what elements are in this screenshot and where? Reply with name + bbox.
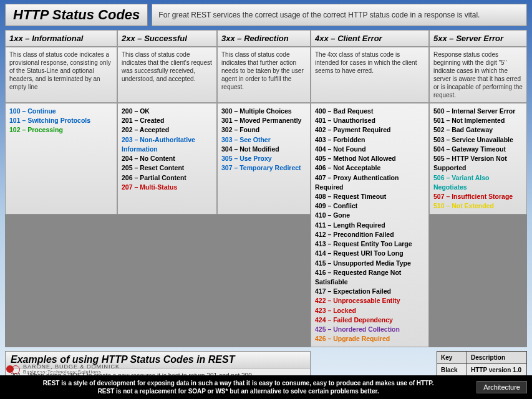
- col-desc-1xx: This class of status code indicates a pr…: [5, 47, 117, 103]
- page-subtitle: For great REST services the correct usag…: [152, 4, 527, 26]
- col-header-2xx: 2xx – Successful: [117, 30, 217, 47]
- status-grid: 1xx – Informational 2xx – Successful 3xx…: [5, 30, 527, 347]
- codes-1xx: 100 – Continue101 – Switching Protocols1…: [5, 103, 117, 214]
- logo-icon: [6, 364, 20, 374]
- codes-3xx: 300 – Multiple Choices301 – Moved Perman…: [217, 103, 311, 214]
- col-header-5xx: 5xx – Server Error: [429, 30, 527, 47]
- col-desc-2xx: This class of status code indicates that…: [117, 47, 217, 103]
- col-desc-4xx: The 4xx class of status code is intended…: [311, 47, 429, 103]
- codes-5xx: 500 – Internal Server Error501 – Not Imp…: [429, 103, 527, 214]
- key-header-key: Key: [437, 352, 467, 364]
- footer-text: REST is a style of development for expos…: [0, 379, 476, 395]
- footer-bar: REST is a style of development for expos…: [0, 375, 532, 399]
- col-desc-3xx: This class of status code indicates that…: [217, 47, 311, 103]
- company-logo: BARONE, BUDGE & DOMINICK Business∙Techno…: [6, 363, 120, 374]
- col-header-4xx: 4xx – Client Error: [311, 30, 429, 47]
- logo-tagline: Business∙Technology∙Solutions: [23, 370, 120, 374]
- footer-badge: Architecture: [476, 381, 527, 393]
- col-desc-5xx: Response status codes beginning with the…: [429, 47, 527, 103]
- col-header-3xx: 3xx – Redirection: [217, 30, 311, 47]
- logo-name: BARONE, BUDGE & DOMINICK: [23, 363, 120, 370]
- col-header-1xx: 1xx – Informational: [5, 30, 117, 47]
- codes-4xx: 400 – Bad Request401 – Unauthorised402 –…: [311, 103, 429, 347]
- page-title: HTTP Status Codes: [13, 7, 140, 23]
- page-title-box: HTTP Status Codes: [5, 4, 148, 26]
- key-header-desc: Description: [467, 352, 527, 364]
- codes-2xx: 200 – OK201 – Created202 – Accepted203 –…: [117, 103, 217, 214]
